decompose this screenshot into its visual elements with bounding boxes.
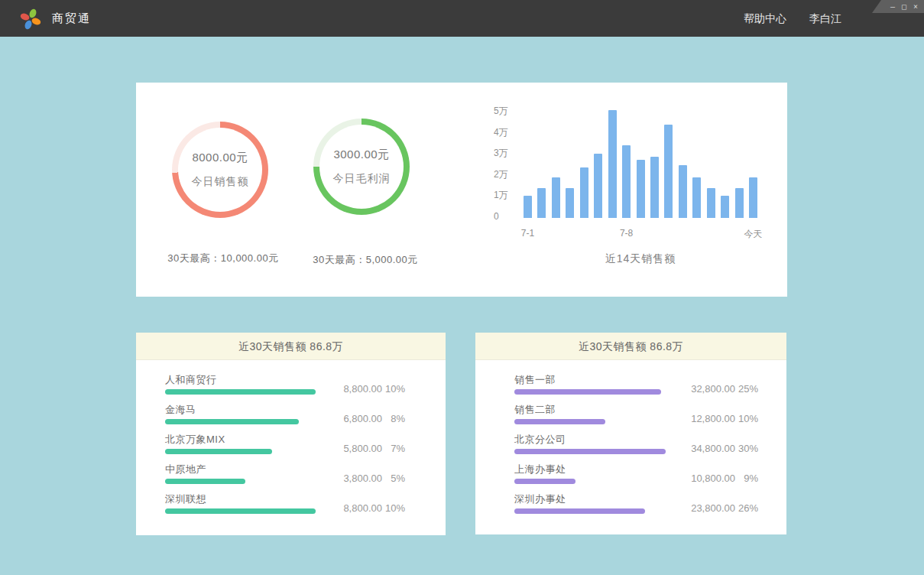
today-sales-donut-center: 8000.00元 今日销售额 bbox=[172, 122, 268, 218]
list-item: 中原地产3,800.005% bbox=[165, 463, 446, 484]
customers-30d-card: 近30天销售额 86.8万 人和商贸行8,800.0010%金海马6,800.0… bbox=[136, 333, 446, 535]
item-bar bbox=[514, 479, 575, 484]
departments-30d-card: 近30天销售额 86.8万 销售一部32,800.0025%销售二部12,800… bbox=[475, 333, 786, 534]
item-values: 12,800.0010% bbox=[678, 413, 758, 425]
item-values: 23,800.0026% bbox=[678, 502, 758, 515]
maximize-icon[interactable]: □ bbox=[902, 1, 906, 12]
titlebar-menu: 帮助中心 李白江 bbox=[744, 12, 841, 26]
item-bar bbox=[165, 449, 272, 454]
item-values: 32,800.0025% bbox=[678, 383, 758, 395]
y-tick-label: 4万 bbox=[494, 125, 520, 139]
item-amount: 5,800.00 bbox=[325, 443, 382, 455]
overview-card: 8000.00元 今日销售额 30天最高：10,000.00元 3000.00元… bbox=[136, 83, 787, 297]
item-bar bbox=[165, 419, 299, 424]
sales-14d-bar-chart: 5万4万3万2万1万0 7-17-8今天 近14天销售额 bbox=[488, 104, 770, 295]
item-amount: 34,800.00 bbox=[678, 443, 735, 455]
item-percent: 10% bbox=[382, 383, 405, 395]
list-item: 销售一部32,800.0025% bbox=[514, 373, 786, 395]
sales-day-bar bbox=[552, 177, 560, 218]
sales-day-bar bbox=[679, 165, 687, 218]
item-bar bbox=[514, 419, 605, 424]
sales-day-bar bbox=[537, 188, 546, 218]
item-percent: 7% bbox=[382, 443, 405, 455]
today-sales-donut: 8000.00元 今日销售额 bbox=[172, 122, 268, 218]
sales-day-bar bbox=[664, 125, 673, 218]
item-percent: 10% bbox=[382, 502, 405, 515]
item-amount: 10,800.00 bbox=[678, 473, 735, 485]
item-percent: 26% bbox=[735, 502, 758, 515]
sales-day-bar bbox=[707, 188, 715, 218]
bars bbox=[524, 110, 757, 218]
app-logo-pinwheel-icon bbox=[18, 7, 43, 31]
item-percent: 25% bbox=[735, 383, 758, 395]
list-item: 深圳办事处23,800.0026% bbox=[514, 492, 786, 514]
item-amount: 8,800.00 bbox=[325, 502, 382, 515]
today-profit-value: 3000.00元 bbox=[333, 148, 389, 162]
minimize-icon[interactable]: — bbox=[890, 1, 895, 12]
list-item: 北京分公司34,800.0030% bbox=[514, 433, 786, 454]
customers-list: 人和商贸行8,800.0010%金海马6,800.008%北京万象MIX5,80… bbox=[136, 360, 446, 514]
today-sales-value: 8000.00元 bbox=[192, 151, 248, 165]
sales-day-bar bbox=[580, 167, 588, 218]
item-values: 6,800.008% bbox=[325, 413, 405, 425]
list-item: 北京万象MIX5,800.007% bbox=[165, 433, 446, 454]
item-percent: 10% bbox=[735, 413, 758, 425]
list-item: 销售二部12,800.0010% bbox=[514, 403, 786, 424]
list-item: 上海办事处10,800.009% bbox=[514, 463, 786, 484]
list-item: 金海马6,800.008% bbox=[165, 403, 446, 424]
item-bar bbox=[514, 508, 645, 514]
help-center-link[interactable]: 帮助中心 bbox=[744, 12, 786, 26]
app-title: 商贸通 bbox=[52, 11, 91, 26]
item-bar bbox=[514, 449, 666, 454]
bar-chart-title: 近14天销售额 bbox=[524, 252, 757, 266]
item-values: 10,800.009% bbox=[678, 473, 758, 485]
today-profit-label: 今日毛利润 bbox=[333, 172, 391, 186]
username-menu[interactable]: 李白江 bbox=[809, 12, 841, 26]
item-values: 34,800.0030% bbox=[678, 443, 758, 455]
y-tick-label: 2万 bbox=[494, 167, 520, 181]
today-sales-label: 今日销售额 bbox=[192, 175, 249, 189]
y-tick-label: 5万 bbox=[494, 104, 520, 118]
close-icon[interactable]: × bbox=[913, 1, 918, 12]
item-values: 8,800.0010% bbox=[325, 383, 405, 395]
departments-card-title: 近30天销售额 86.8万 bbox=[475, 333, 786, 360]
titlebar: 商贸通 帮助中心 李白江 — □ × bbox=[0, 0, 924, 37]
item-percent: 30% bbox=[735, 443, 758, 455]
item-bar bbox=[165, 508, 316, 514]
sales-day-bar bbox=[524, 196, 532, 218]
item-values: 8,800.0010% bbox=[325, 502, 405, 515]
y-tick-label: 0 bbox=[494, 210, 520, 223]
sales-day-bar bbox=[692, 177, 701, 218]
item-amount: 6,800.00 bbox=[325, 413, 382, 425]
item-amount: 32,800.00 bbox=[678, 383, 735, 395]
today-profit-donut-center: 3000.00元 今日毛利润 bbox=[313, 119, 410, 215]
customers-card-title: 近30天销售额 86.8万 bbox=[136, 333, 446, 360]
sales-day-bar bbox=[650, 157, 659, 218]
item-amount: 3,800.00 bbox=[325, 473, 382, 485]
today-profit-donut: 3000.00元 今日毛利润 bbox=[313, 119, 410, 215]
y-tick-label: 3万 bbox=[494, 146, 520, 160]
list-item: 深圳联想8,800.0010% bbox=[165, 492, 446, 514]
sales-day-bar bbox=[622, 145, 631, 218]
item-amount: 12,800.00 bbox=[678, 413, 735, 425]
item-bar bbox=[165, 389, 316, 395]
sales-day-bar bbox=[637, 160, 645, 218]
list-item: 人和商贸行8,800.0010% bbox=[165, 373, 446, 395]
sales-day-bar bbox=[594, 154, 602, 218]
sales-day-bar bbox=[566, 188, 574, 218]
item-amount: 23,800.00 bbox=[678, 502, 735, 515]
x-tick-label: 今天 bbox=[744, 228, 763, 241]
item-percent: 9% bbox=[735, 473, 758, 485]
y-tick-label: 1万 bbox=[494, 188, 520, 202]
sales-30d-max: 30天最高：10,000.00元 bbox=[154, 252, 292, 265]
item-values: 5,800.007% bbox=[325, 443, 405, 455]
sales-day-bar bbox=[608, 110, 617, 218]
item-bar bbox=[165, 479, 245, 484]
departments-list: 销售一部32,800.0025%销售二部12,800.0010%北京分公司34,… bbox=[475, 360, 786, 514]
x-tick-label: 7-8 bbox=[620, 228, 633, 239]
item-amount: 8,800.00 bbox=[325, 383, 382, 395]
sales-day-bar bbox=[735, 188, 744, 218]
window-controls: — □ × bbox=[872, 0, 924, 13]
item-values: 3,800.005% bbox=[325, 473, 405, 485]
item-bar bbox=[514, 389, 661, 395]
